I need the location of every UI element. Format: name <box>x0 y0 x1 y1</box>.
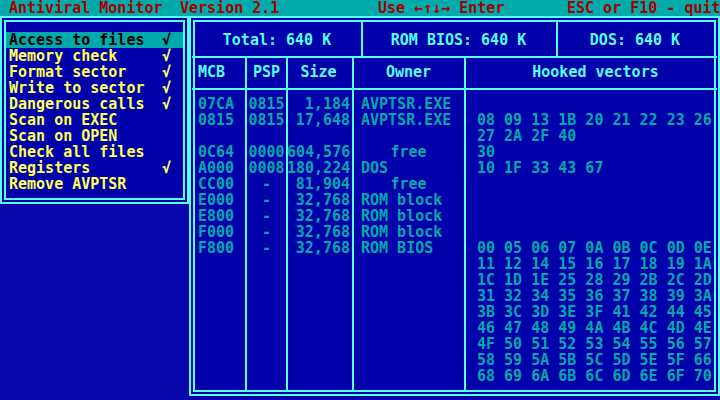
header-size: Size <box>287 64 350 80</box>
cell-psp: - <box>247 208 286 224</box>
table-row: 11 12 14 15 16 17 18 19 1A <box>189 256 720 272</box>
cell-psp: 0000 <box>247 144 286 160</box>
cell-mcb: 0815 <box>198 112 234 128</box>
memory-panel: Total: 640 K ROM BIOS: 640 K DOS: 640 K … <box>189 16 720 396</box>
menu-item-remove-avptsr[interactable]: Remove AVPTSR <box>6 176 183 192</box>
cell-size: 81,904 <box>287 176 350 192</box>
memory-panel-content: Total: 640 K ROM BIOS: 640 K DOS: 640 K … <box>189 16 720 396</box>
cell-hooked-vectors: 00 05 06 07 0A 0B 0C 0D 0E <box>477 240 712 256</box>
rom-bios-memory-value: ROM BIOS: 640 K <box>361 32 556 48</box>
menu-item-write-to-sector[interactable]: Write to sector√ <box>6 80 183 96</box>
cell-mcb: 0C64 <box>198 144 234 160</box>
table-row: E800-32,768ROM block <box>189 208 720 224</box>
cell-owner: ROM block <box>355 192 462 208</box>
cell-mcb: E800 <box>198 208 234 224</box>
checkmark-icon: √ <box>162 80 171 96</box>
cell-owner: free <box>355 176 462 192</box>
desktop-dither-background <box>0 204 189 400</box>
table-row: 1C 1D 1E 25 28 29 2B 2C 2D <box>189 272 720 288</box>
menu-item-label: Memory check <box>9 48 117 64</box>
panel-divider <box>192 88 717 90</box>
menu-item-label: Access to files <box>9 32 144 48</box>
table-row: 46 47 48 49 4A 4B 4C 4D 4E <box>189 320 720 336</box>
cell-mcb: A000 <box>198 160 234 176</box>
checkmark-icon: √ <box>162 96 171 112</box>
menu-item-scan-on-open[interactable]: Scan on OPEN <box>6 128 183 144</box>
cell-size: 32,768 <box>287 208 350 224</box>
table-row: 3B 3C 3D 3E 3F 41 42 44 45 <box>189 304 720 320</box>
cell-hooked-vectors: 4F 50 51 52 53 54 55 56 57 <box>477 336 712 352</box>
checkmark-icon: √ <box>162 160 171 176</box>
menu-item-dangerous-calls[interactable]: Dangerous calls√ <box>6 96 183 112</box>
table-row: 58 59 5A 5B 5C 5D 5E 5F 66 <box>189 352 720 368</box>
menu-list: Access to files√Memory check√Format sect… <box>0 16 189 204</box>
table-header-row: MCB PSP Size Owner Hooked vectors <box>189 64 720 80</box>
cell-mcb: CC00 <box>198 176 234 192</box>
cell-mcb: E000 <box>198 192 234 208</box>
dos-memory-value: DOS: 640 K <box>556 32 714 48</box>
cell-hooked-vectors: 31 32 34 35 36 37 38 39 3A <box>477 288 712 304</box>
cell-psp: 0008 <box>247 160 286 176</box>
menu-item-label: Registers <box>9 160 90 176</box>
memory-totals-row: Total: 640 K ROM BIOS: 640 K DOS: 640 K <box>189 32 720 48</box>
header-owner: Owner <box>355 64 462 80</box>
app-title: Antiviral Monitor <box>9 0 163 16</box>
cell-psp: - <box>247 176 286 192</box>
quit-hint: ESC or F10 - quit <box>567 0 720 16</box>
menu-item-label: Format sector <box>9 64 126 80</box>
totals-separator <box>361 21 363 58</box>
cell-psp: - <box>247 240 286 256</box>
table-row: A0000008180,224DOS10 1F 33 43 67 <box>189 160 720 176</box>
cell-psp: - <box>247 224 286 240</box>
cell-size: 32,768 <box>287 224 350 240</box>
keys-hint: Use ←↑↓→ Enter <box>378 0 504 16</box>
cell-size: 32,768 <box>287 192 350 208</box>
cell-size: 180,224 <box>287 160 350 176</box>
cell-size: 17,648 <box>287 112 350 128</box>
header-psp: PSP <box>247 64 286 80</box>
title-bar: Antiviral Monitor Version 2.1 Use ←↑↓→ E… <box>0 0 720 16</box>
header-mcb: MCB <box>198 64 225 80</box>
app-version: Version 2.1 <box>180 0 279 16</box>
menu-item-registers[interactable]: Registers√ <box>6 160 183 176</box>
cell-hooked-vectors: 11 12 14 15 16 17 18 19 1A <box>477 256 712 272</box>
cell-hooked-vectors: 08 09 13 1B 20 21 22 23 26 <box>477 112 712 128</box>
table-row: 0815081517,648AVPTSR.EXE08 09 13 1B 20 2… <box>189 112 720 128</box>
menu-item-label: Write to sector <box>9 80 144 96</box>
cell-mcb: F800 <box>198 240 234 256</box>
cell-owner: free <box>355 144 462 160</box>
cell-size: 604,576 <box>287 144 350 160</box>
cell-hooked-vectors: 58 59 5A 5B 5C 5D 5E 5F 66 <box>477 352 712 368</box>
table-row: CC00-81,904free <box>189 176 720 192</box>
dos-screen: Antiviral Monitor Version 2.1 Use ←↑↓→ E… <box>0 0 720 400</box>
checkmark-icon: √ <box>162 32 171 48</box>
cell-hooked-vectors: 30 <box>477 144 495 160</box>
menu-item-check-all-files[interactable]: Check all files <box>6 144 183 160</box>
table-row: 68 69 6A 6B 6C 6D 6E 6F 70 <box>189 368 720 384</box>
menu-item-memory-check[interactable]: Memory check√ <box>6 48 183 64</box>
options-menu-window: Access to files√Memory check√Format sect… <box>0 16 189 204</box>
menu-item-label: Check all files <box>9 144 144 160</box>
cell-owner: AVPTSR.EXE <box>355 96 462 112</box>
menu-item-access-to-files[interactable]: Access to files√ <box>6 32 183 48</box>
menu-item-scan-on-exec[interactable]: Scan on EXEC <box>6 112 183 128</box>
menu-item-format-sector[interactable]: Format sector√ <box>6 64 183 80</box>
cell-hooked-vectors: 3B 3C 3D 3E 3F 41 42 44 45 <box>477 304 712 320</box>
cell-owner: ROM block <box>355 208 462 224</box>
cell-mcb: 07CA <box>198 96 234 112</box>
cell-psp: 0815 <box>247 96 286 112</box>
menu-item-label: Dangerous calls <box>9 96 144 112</box>
cell-hooked-vectors: 1C 1D 1E 25 28 29 2B 2C 2D <box>477 272 712 288</box>
header-hooked-vectors: Hooked vectors <box>477 64 714 80</box>
cell-size: 32,768 <box>287 240 350 256</box>
table-row: 27 2A 2F 40 <box>189 128 720 144</box>
table-row: 31 32 34 35 36 37 38 39 3A <box>189 288 720 304</box>
cell-owner: AVPTSR.EXE <box>355 112 462 128</box>
table-row: F000-32,768ROM block <box>189 224 720 240</box>
cell-size: 1,184 <box>287 96 350 112</box>
cell-hooked-vectors: 46 47 48 49 4A 4B 4C 4D 4E <box>477 320 712 336</box>
cell-hooked-vectors: 10 1F 33 43 67 <box>477 160 603 176</box>
totals-separator <box>556 21 558 58</box>
cell-owner: ROM block <box>355 224 462 240</box>
cell-hooked-vectors: 68 69 6A 6B 6C 6D 6E 6F 70 <box>477 368 712 384</box>
